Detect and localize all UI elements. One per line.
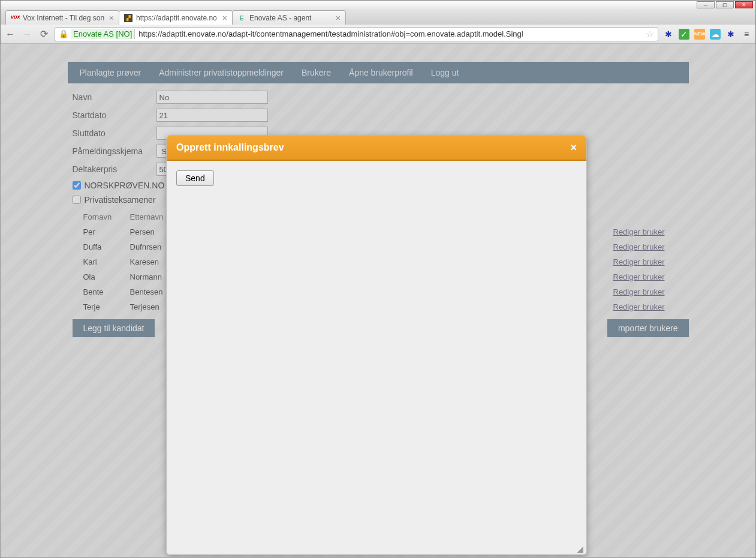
tab-title: Vox Internett - Til deg son bbox=[23, 14, 104, 22]
back-button[interactable]: ← bbox=[4, 28, 16, 40]
tab-title: https://adaptit.enovate.no bbox=[136, 14, 217, 22]
dialog-header: Opprett innkallingsbrev × bbox=[167, 136, 586, 161]
bookmark-star-icon[interactable]: ☆ bbox=[646, 28, 654, 40]
tab-strip: vox Vox Internett - Til deg son × ▞ http… bbox=[1, 9, 755, 25]
url-input[interactable]: 🔒 Enovate AS [NO] https://adaptit.enovat… bbox=[55, 27, 658, 41]
tab-close-icon[interactable]: × bbox=[109, 13, 114, 23]
browser-tab-adaptit[interactable]: ▞ https://adaptit.enovate.no × bbox=[119, 10, 233, 25]
dialog-body: Send bbox=[167, 161, 586, 196]
window-minimize-button[interactable]: ─ bbox=[697, 1, 715, 8]
url-text: https://adaptit.enovate.no/adapt-it/cont… bbox=[138, 29, 523, 38]
address-bar: ← → ⟳ 🔒 Enovate AS [NO] https://adaptit.… bbox=[1, 25, 755, 44]
window-close-button[interactable]: ✕ bbox=[735, 1, 753, 8]
extension-icon[interactable]: ✓ bbox=[679, 29, 689, 40]
window-title-bar: ─ ▢ ✕ bbox=[1, 1, 755, 9]
dialog-close-icon[interactable]: × bbox=[570, 142, 577, 154]
resize-grip-icon[interactable]: ◢ bbox=[577, 545, 585, 553]
site-identity-label: Enovate AS [NO] bbox=[71, 29, 135, 39]
extension-icon[interactable]: ✱ bbox=[725, 29, 736, 40]
extension-icon[interactable]: NEW bbox=[694, 29, 705, 40]
browser-tab-enovate[interactable]: E Enovate AS - agent × bbox=[232, 10, 346, 25]
reload-button[interactable]: ⟳ bbox=[38, 28, 50, 40]
send-button[interactable]: Send bbox=[176, 170, 214, 186]
favicon-enovate: E bbox=[237, 14, 246, 22]
browser-tab-vox[interactable]: vox Vox Internett - Til deg son × bbox=[5, 10, 119, 25]
browser-window: ─ ▢ ✕ vox Vox Internett - Til deg son × … bbox=[0, 0, 756, 558]
extension-icon[interactable]: ☁ bbox=[710, 29, 721, 40]
extension-icons: ✱ ✓ NEW ☁ ✱ ≡ bbox=[663, 29, 752, 40]
favicon-vox: vox bbox=[11, 14, 19, 22]
dialog-title: Opprett innkallingsbrev bbox=[176, 142, 284, 153]
lock-icon: 🔒 bbox=[59, 29, 68, 38]
favicon-adaptit: ▞ bbox=[124, 14, 132, 22]
viewport: Planlagte prøver Administrer privatistop… bbox=[1, 44, 755, 557]
extension-icon[interactable]: ✱ bbox=[663, 29, 674, 40]
tab-close-icon[interactable]: × bbox=[222, 13, 227, 23]
window-maximize-button[interactable]: ▢ bbox=[716, 1, 734, 8]
menu-icon[interactable]: ≡ bbox=[741, 29, 752, 40]
dialog-opprett-innkallingsbrev: Opprett innkallingsbrev × Send ◢ bbox=[166, 135, 587, 555]
tab-close-icon[interactable]: × bbox=[336, 13, 341, 23]
forward-button: → bbox=[21, 28, 33, 40]
tab-title: Enovate AS - agent bbox=[249, 14, 311, 22]
